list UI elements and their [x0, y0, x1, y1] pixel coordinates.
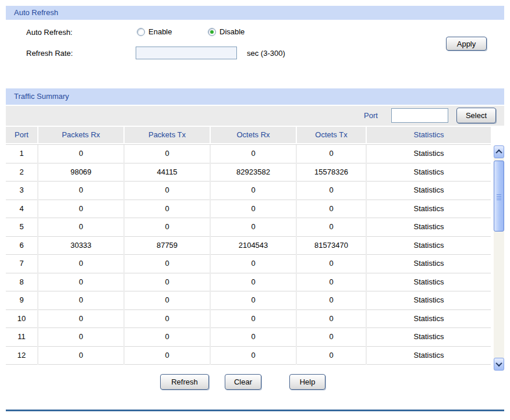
cell-octets-tx: 0 [297, 328, 366, 347]
cell-octets-rx: 0 [211, 255, 296, 273]
cell-packets-tx: 0 [125, 200, 210, 219]
cell-port: 9 [6, 291, 37, 310]
statistics-link[interactable]: Statistics [367, 310, 491, 329]
cell-octets-tx: 0 [297, 181, 366, 200]
cell-port: 6 [6, 237, 37, 255]
statistics-link[interactable]: Statistics [367, 347, 491, 365]
cell-packets-tx: 0 [125, 255, 210, 273]
cell-port: 4 [6, 200, 37, 219]
statistics-link[interactable]: Statistics [367, 273, 491, 292]
statistics-link[interactable]: Statistics [367, 200, 491, 219]
cell-octets-rx: 0 [211, 200, 296, 219]
cell-packets-tx: 0 [125, 145, 210, 163]
statistics-link[interactable]: Statistics [367, 181, 491, 200]
radio-circle-icon [208, 28, 216, 36]
cell-octets-rx: 82923582 [211, 163, 296, 182]
cell-packets-rx: 0 [38, 255, 123, 273]
table-row: 6 30333 87759 2104543 81573470 Statistic… [6, 237, 491, 255]
cell-packets-rx: 0 [38, 145, 123, 163]
cell-octets-tx: 0 [297, 347, 366, 365]
statistics-link[interactable]: Statistics [367, 218, 491, 237]
cell-packets-tx: 0 [125, 347, 210, 365]
traffic-summary-section-header: Traffic Summary [6, 88, 504, 105]
traffic-table-header: Port Packets Rx Packets Tx Octets Rx Oct… [6, 127, 491, 143]
scrollbar-thumb[interactable] [494, 161, 504, 232]
cell-packets-tx: 0 [125, 273, 210, 292]
cell-octets-rx: 0 [211, 181, 296, 200]
column-header-port: Port [6, 127, 37, 143]
cell-port: 8 [6, 273, 37, 292]
cell-octets-rx: 0 [211, 347, 296, 365]
statistics-link[interactable]: Statistics [367, 145, 491, 163]
disable-radio[interactable]: Disable [208, 27, 245, 36]
cell-octets-tx: 0 [297, 255, 366, 273]
cell-packets-rx: 0 [38, 200, 123, 219]
apply-button[interactable]: Apply [446, 37, 487, 51]
port-filter-label: Port [364, 106, 378, 126]
cell-packets-rx: 0 [38, 291, 123, 310]
table-row: 9 0 0 0 0 Statistics [6, 291, 491, 310]
cell-octets-tx: 0 [297, 218, 366, 237]
refresh-rate-input[interactable] [136, 47, 237, 59]
cell-octets-rx: 0 [211, 218, 296, 237]
cell-packets-rx: 0 [38, 310, 123, 329]
statistics-link[interactable]: Statistics [367, 163, 491, 182]
help-button[interactable]: Help [289, 374, 325, 390]
cell-octets-tx: 15578326 [297, 163, 366, 182]
statistics-link[interactable]: Statistics [367, 255, 491, 273]
cell-packets-tx: 44115 [125, 163, 210, 182]
statistics-link[interactable]: Statistics [367, 237, 491, 255]
cell-octets-rx: 0 [211, 273, 296, 292]
switch-web-ui-page: Auto Refresh Auto Refresh: Enable Disabl… [0, 0, 510, 420]
scroll-up-button[interactable] [494, 145, 504, 158]
table-row: 1 0 0 0 0 Statistics [6, 145, 491, 163]
table-row: 3 0 0 0 0 Statistics [6, 181, 491, 200]
select-button[interactable]: Select [456, 108, 496, 123]
cell-octets-tx: 81573470 [297, 237, 366, 255]
cell-packets-rx: 0 [38, 273, 123, 292]
cell-packets-rx: 0 [38, 328, 123, 347]
table-row: 10 0 0 0 0 Statistics [6, 310, 491, 329]
port-filter-input[interactable] [391, 108, 448, 123]
refresh-button[interactable]: Refresh [160, 374, 209, 390]
scroll-down-button[interactable] [494, 358, 504, 371]
cell-octets-rx: 0 [211, 145, 296, 163]
cell-port: 2 [6, 163, 37, 182]
cell-packets-rx: 0 [38, 181, 123, 200]
table-row: 2 98069 44115 82923582 15578326 Statisti… [6, 163, 491, 182]
enable-radio[interactable]: Enable [137, 27, 172, 36]
table-row: 7 0 0 0 0 Statistics [6, 255, 491, 273]
cell-port: 1 [6, 145, 37, 163]
scrollbar-grip-icon [497, 196, 501, 197]
table-scrollbar[interactable] [494, 145, 504, 371]
statistics-link[interactable]: Statistics [367, 291, 491, 310]
cell-packets-tx: 0 [125, 218, 210, 237]
table-row: 11 0 0 0 0 Statistics [6, 328, 491, 347]
clear-button[interactable]: Clear [225, 374, 261, 390]
cell-port: 12 [6, 347, 37, 365]
auto-refresh-label: Auto Refresh: [26, 28, 73, 37]
table-row: 8 0 0 0 0 Statistics [6, 273, 491, 292]
chevron-down-icon [495, 360, 502, 366]
cell-port: 3 [6, 181, 37, 200]
disable-radio-label: Disable [219, 27, 245, 36]
cell-packets-tx: 0 [125, 328, 210, 347]
cell-port: 7 [6, 255, 37, 273]
statistics-link[interactable]: Statistics [367, 328, 491, 347]
cell-octets-rx: 0 [211, 310, 296, 329]
column-header-octets-rx: Octets Rx [211, 127, 296, 143]
cell-packets-tx: 87759 [125, 237, 210, 255]
cell-packets-rx: 98069 [38, 163, 123, 182]
radio-circle-icon [137, 28, 145, 36]
cell-octets-tx: 0 [297, 145, 366, 163]
cell-octets-tx: 0 [297, 310, 366, 329]
cell-packets-rx: 30333 [38, 237, 123, 255]
table-row: 5 0 0 0 0 Statistics [6, 218, 491, 237]
cell-octets-tx: 0 [297, 291, 366, 310]
cell-packets-tx: 0 [125, 291, 210, 310]
cell-octets-tx: 0 [297, 200, 366, 219]
cell-octets-rx: 2104543 [211, 237, 296, 255]
footer-divider [6, 410, 504, 411]
column-header-octets-tx: Octets Tx [297, 127, 366, 143]
enable-radio-label: Enable [148, 27, 172, 36]
